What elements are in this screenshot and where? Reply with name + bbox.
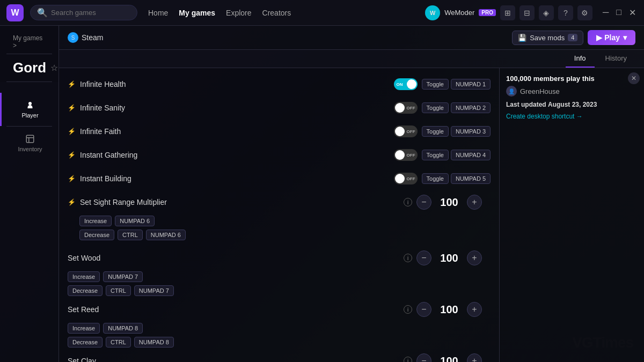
close-button[interactable]: ✕ (627, 8, 638, 18)
members-count: 100,000 (506, 75, 531, 83)
toggle-label-3[interactable]: Toggle (422, 150, 449, 160)
inventory-icon (25, 134, 35, 144)
nav-creators[interactable]: Creators (262, 6, 291, 19)
sidebar-item-inventory[interactable]: Inventory (0, 127, 58, 160)
mod-row-set-wood: Set Wood i − 100 + (59, 246, 499, 270)
info-icon-reed[interactable]: i (404, 305, 412, 314)
sidebar-item-player[interactable]: Player (0, 93, 58, 126)
increase-btn-sight[interactable]: + (467, 195, 482, 210)
toggle-infinite-health[interactable]: ON (394, 78, 418, 90)
author-name: GreenHouse (520, 87, 560, 95)
toggle-label-2[interactable]: Toggle (422, 126, 449, 137)
keybind-row-wood-increase: Increase NUMPAD 7 (59, 270, 499, 284)
nav-explore[interactable]: Explore (226, 6, 251, 19)
increase-btn-reed[interactable]: + (467, 302, 482, 317)
keybind-row-reed-decrease: Decrease CTRL NUMPAD 8 (59, 335, 499, 349)
increase-label-wood[interactable]: Increase (68, 271, 100, 282)
tab-info[interactable]: Info (566, 50, 595, 68)
discord-icon[interactable]: ◈ (539, 5, 554, 20)
lightning-icon-1: ⚡ (68, 104, 76, 112)
keybinds-0: Toggle NUMPAD 1 (422, 79, 491, 90)
kb-sight-decrease[interactable]: NUMPAD 6 (146, 230, 186, 240)
keybinds-3: Toggle NUMPAD 4 (422, 150, 491, 160)
num-control-reed: − 100 + (416, 302, 482, 317)
save-mods-button[interactable]: 💾 Save mods 4 (512, 31, 583, 45)
help-icon[interactable]: ? (558, 5, 573, 20)
tab-history[interactable]: History (597, 50, 635, 68)
increase-btn-clay[interactable]: + (467, 353, 482, 362)
downloads-icon[interactable]: ⊟ (519, 5, 535, 20)
user-area: W WeModer PRO ⊞ ⊟ ◈ ? ⚙ ─ □ ✕ (425, 5, 638, 20)
kb-reed-ctrl[interactable]: CTRL (106, 337, 131, 348)
favorite-icon[interactable]: ☆ (50, 63, 58, 73)
tabs-row: Info History (59, 50, 644, 68)
decrease-label-wood[interactable]: Decrease (68, 285, 103, 296)
kb-2[interactable]: NUMPAD 3 (451, 126, 491, 137)
nav-home[interactable]: Home (148, 6, 168, 19)
user-avatar: W (425, 5, 440, 20)
search-input[interactable] (51, 9, 130, 17)
decrease-btn-sight[interactable]: − (416, 195, 431, 210)
increase-btn-wood[interactable]: + (467, 250, 482, 265)
mod-name-4: Instant Building (80, 174, 390, 183)
decrease-btn-clay[interactable]: − (416, 353, 431, 362)
decrease-label-sight[interactable]: Decrease (79, 230, 114, 240)
info-icon-wood[interactable]: i (404, 254, 412, 262)
content-body: ⚡ Infinite Health ON Toggle NUMPAD 1 ⚡ (59, 68, 644, 362)
lightning-icon-2: ⚡ (68, 128, 76, 135)
kb-0[interactable]: NUMPAD 1 (451, 79, 491, 90)
maximize-button[interactable]: □ (614, 8, 623, 18)
kb-sight-ctrl[interactable]: CTRL (118, 230, 143, 240)
lightning-icon-3: ⚡ (68, 151, 76, 159)
info-icon-5[interactable]: i (404, 198, 412, 206)
info-updated: Last updated August 23, 2023 (506, 101, 638, 108)
mod-name-5: Set Sight Range Multiplier (80, 198, 399, 206)
increase-label-sight[interactable]: Increase (79, 216, 112, 226)
mod-row-infinite-faith: ⚡ Infinite Faith OFF Toggle NUMPAD 3 (59, 120, 499, 143)
settings-icon[interactable]: ⚙ (577, 5, 592, 20)
info-icon-clay[interactable]: i (404, 357, 412, 362)
kb-4[interactable]: NUMPAD 5 (451, 173, 491, 184)
info-close-button[interactable]: ✕ (628, 72, 640, 84)
toggle-label-1[interactable]: Toggle (422, 102, 449, 113)
toggle-label-4[interactable]: Toggle (422, 173, 449, 184)
keybind-row-sight-increase: Increase NUMPAD 6 (59, 214, 499, 228)
kb-wood-ctrl[interactable]: CTRL (106, 285, 131, 296)
kb-reed-increase[interactable]: NUMPAD 8 (103, 323, 143, 334)
toggle-instant-gathering[interactable]: OFF (394, 149, 418, 161)
info-author: 👤 GreenHouse (506, 86, 638, 97)
desktop-shortcut-link[interactable]: Create desktop shortcut → (506, 113, 638, 120)
mod-row-instant-gathering: ⚡ Instant Gathering OFF Toggle NUMPAD 4 (59, 143, 499, 167)
kb-wood-increase[interactable]: NUMPAD 7 (103, 271, 143, 282)
header-actions: 💾 Save mods 4 ▶ Play ▾ (512, 30, 635, 45)
kb-1[interactable]: NUMPAD 2 (451, 102, 491, 113)
kb-wood-decrease[interactable]: NUMPAD 7 (134, 285, 174, 296)
decrease-btn-wood[interactable]: − (416, 250, 431, 265)
app-logo[interactable]: W (6, 4, 24, 21)
info-panel: ✕ 100,000 members play this 👤 GreenHouse… (499, 68, 644, 362)
keybinds-4: Toggle NUMPAD 5 (422, 173, 491, 184)
minimize-button[interactable]: ─ (601, 8, 610, 18)
kb-sight-increase[interactable]: NUMPAD 6 (115, 216, 155, 226)
decrease-btn-reed[interactable]: − (416, 302, 431, 317)
decrease-label-reed[interactable]: Decrease (68, 337, 103, 348)
mod-row-instant-building: ⚡ Instant Building OFF Toggle NUMPAD 5 (59, 167, 499, 190)
toggle-label-0[interactable]: Toggle (422, 79, 449, 90)
steam-icon: S (68, 32, 78, 43)
toggle-infinite-sanity[interactable]: OFF (394, 102, 418, 114)
play-button[interactable]: ▶ Play ▾ (588, 30, 635, 45)
library-icon[interactable]: ⊞ (500, 5, 515, 20)
toggle-infinite-faith[interactable]: OFF (394, 125, 418, 137)
search-bar[interactable]: 🔍 (30, 5, 137, 20)
increase-label-reed[interactable]: Increase (68, 323, 100, 334)
kb-3[interactable]: NUMPAD 4 (451, 150, 491, 160)
mod-name-reed: Set Reed (68, 305, 399, 314)
kb-reed-decrease[interactable]: NUMPAD 8 (134, 337, 174, 348)
nav-my-games[interactable]: My games (179, 6, 215, 19)
mod-name-clay: Set Clay (68, 357, 399, 362)
svg-rect-1 (26, 135, 34, 143)
num-value-wood: 100 (436, 252, 463, 264)
content-header: S Steam 💾 Save mods 4 ▶ Play ▾ (59, 26, 644, 50)
toggle-instant-building[interactable]: OFF (394, 173, 418, 184)
mod-row-infinite-health: ⚡ Infinite Health ON Toggle NUMPAD 1 (59, 72, 499, 96)
